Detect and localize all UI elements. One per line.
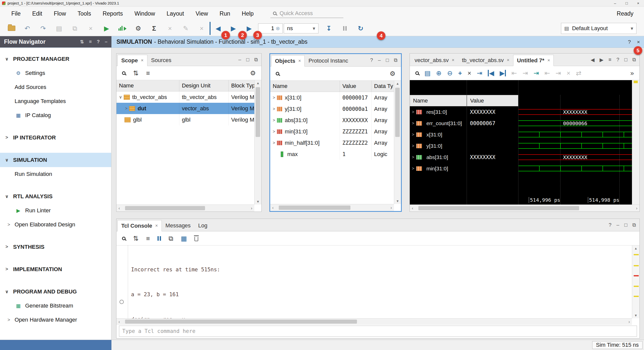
tab-objects[interactable]: Objects × xyxy=(271,55,305,67)
chevron-right-icon[interactable]: > xyxy=(412,166,414,171)
close-icon[interactable]: × xyxy=(155,223,158,228)
chevron-right-icon[interactable]: > xyxy=(412,121,414,126)
gear-icon[interactable]: ⚙ xyxy=(390,70,395,77)
scroll-up-icon[interactable]: ▲ xyxy=(256,81,260,85)
minimize-icon[interactable]: – xyxy=(609,0,621,6)
scroll-right-icon[interactable]: › xyxy=(628,319,630,324)
clear-console-icon[interactable] xyxy=(194,237,198,241)
close-icon[interactable]: × xyxy=(507,58,510,63)
search-icon[interactable] xyxy=(122,71,126,75)
table-row[interactable]: > x[31:0] 00000017 Array xyxy=(270,92,401,103)
vertical-scrollbar[interactable]: ▲ ▼ xyxy=(254,80,261,205)
collapse-all-icon[interactable]: ⇅ xyxy=(133,70,139,76)
wave-signal-row[interactable]: >res[31:0] xyxy=(410,106,467,118)
section-simulation[interactable]: ∨ SIMULATION xyxy=(0,153,111,167)
run-flow-icon[interactable]: ▶ xyxy=(99,22,114,35)
go-to-end-icon[interactable]: ▶ xyxy=(500,70,506,76)
vertical-scrollbar[interactable]: ▲ ▼ xyxy=(632,245,639,318)
column-header[interactable]: Design Unit xyxy=(179,80,229,91)
menu-help[interactable]: Help xyxy=(236,7,259,21)
chevron-right-icon[interactable]: > xyxy=(412,143,414,148)
sim-time-unit-select[interactable]: ns ▾ xyxy=(284,23,318,33)
tab-messages[interactable]: Messages xyxy=(162,220,194,231)
float-panel-icon[interactable]: ⧉ xyxy=(632,57,636,63)
close-icon[interactable]: × xyxy=(632,0,644,6)
search-icon[interactable] xyxy=(276,72,279,75)
menu-flow[interactable]: Flow xyxy=(48,7,72,21)
wave-signal-row[interactable]: >abs[31:0] xyxy=(410,152,467,163)
scroll-down-icon[interactable]: ▼ xyxy=(256,200,260,204)
sidebar-item-open-elaborated-design[interactable]: > Open Elaborated Design xyxy=(0,218,111,232)
menu-layout[interactable]: Layout xyxy=(161,7,190,21)
chevron-right-icon[interactable]: > xyxy=(412,110,414,115)
save-waveform-icon[interactable]: ▤ xyxy=(424,70,431,76)
wave-signal-row[interactable]: >x[31:0] xyxy=(410,129,467,140)
zoom-in-icon[interactable]: ⊕ xyxy=(436,70,442,76)
scrollbar-thumb[interactable] xyxy=(418,206,579,210)
sim-step-icon[interactable]: ↧ xyxy=(321,22,337,35)
scroll-up-icon[interactable]: ▲ xyxy=(634,246,637,250)
menu-file[interactable]: File xyxy=(6,7,26,21)
sidebar-item-open-hardware-manager[interactable]: > Open Hardware Manager xyxy=(0,313,111,327)
tab-scroll-left-icon[interactable]: ◀ xyxy=(591,57,594,63)
scroll-left-icon[interactable]: ‹ xyxy=(118,206,120,211)
close-icon[interactable]: × xyxy=(298,58,301,64)
expand-all-icon[interactable]: ≡ xyxy=(146,235,150,242)
clear-time-icon[interactable]: ⊗ xyxy=(276,26,280,31)
collapse-all-icon[interactable]: ⇅ xyxy=(133,235,139,242)
wave-signal-row[interactable]: >y[31:0] xyxy=(410,140,467,152)
close-icon[interactable]: × xyxy=(547,58,550,63)
minimize-panel-icon[interactable]: – xyxy=(378,57,381,63)
scroll-down-icon[interactable]: ▼ xyxy=(396,199,399,203)
quick-access-search[interactable] xyxy=(270,9,343,18)
horizontal-scrollbar[interactable]: ‹ › xyxy=(116,318,632,325)
open-project-button[interactable] xyxy=(4,22,19,35)
section-synthesis[interactable]: > SYNTHESIS xyxy=(0,240,111,254)
tab-protocol-instances[interactable]: Protocol Instanc xyxy=(305,55,351,66)
section-rtl-analysis[interactable]: ∨ RTL ANALYSIS xyxy=(0,189,111,204)
menu-window[interactable]: Window xyxy=(129,7,161,21)
scroll-right-icon[interactable]: › xyxy=(251,206,252,211)
wave-plot-area[interactable]: 514,996 ps 514,998 ps XXXXXXXX 00000066 … xyxy=(518,80,632,205)
tab-tb-vector-abs-sv[interactable]: tb_vector_abs.sv × xyxy=(458,55,513,66)
minimize-panel-icon[interactable]: – xyxy=(238,57,241,63)
section-project-manager[interactable]: ∨ PROJECT MANAGER xyxy=(0,52,111,66)
tab-list-icon[interactable]: ≡ xyxy=(609,57,612,63)
help-icon[interactable]: ? xyxy=(628,39,631,45)
warning-mark[interactable] xyxy=(634,286,639,287)
tab-untitled-7[interactable]: Untitled 7* × xyxy=(513,55,554,66)
float-panel-icon[interactable]: ⧉ xyxy=(254,57,258,63)
scrollbar-thumb[interactable] xyxy=(125,320,357,324)
menu-edit[interactable]: Edit xyxy=(26,7,48,21)
column-header[interactable]: Value xyxy=(340,81,372,92)
minimize-panel-icon[interactable]: – xyxy=(105,39,107,45)
menu-tools[interactable]: Tools xyxy=(72,7,97,21)
wave-value-header[interactable]: Value xyxy=(467,95,518,106)
scroll-down-icon[interactable]: ▼ xyxy=(634,314,637,317)
sidebar-item-run-simulation[interactable]: Run Simulation xyxy=(0,167,111,181)
scroll-left-icon[interactable]: ‹ xyxy=(412,206,413,211)
scroll-right-icon[interactable]: › xyxy=(636,206,637,211)
help-icon[interactable]: ? xyxy=(97,39,100,45)
horizontal-scrollbar[interactable]: ‹ › xyxy=(270,204,394,211)
scrollbar-thumb[interactable] xyxy=(279,206,350,210)
warning-mark[interactable] xyxy=(634,296,639,297)
float-panel-icon[interactable]: ⧉ xyxy=(632,222,636,228)
chevron-right-icon[interactable]: > xyxy=(273,140,275,145)
sim-time-input[interactable] xyxy=(260,25,274,32)
quick-access-input[interactable] xyxy=(279,10,332,17)
go-to-start-icon[interactable]: ◀ xyxy=(488,70,494,76)
maximize-icon[interactable]: □ xyxy=(621,0,632,6)
warning-mark[interactable] xyxy=(634,254,639,255)
tab-scroll-right-icon[interactable]: ▶ xyxy=(599,57,603,63)
close-icon[interactable]: × xyxy=(452,58,455,63)
maximize-panel-icon[interactable]: □ xyxy=(624,222,627,228)
wave-signal-row[interactable]: >err_count[31:0] xyxy=(410,118,467,129)
chevron-right-icon[interactable]: > xyxy=(412,155,414,160)
tcl-command-input[interactable] xyxy=(122,328,634,334)
layout-select[interactable]: ▤ Default Layout ▾ xyxy=(561,23,636,34)
help-icon[interactable]: ? xyxy=(617,57,619,63)
close-simulation-icon[interactable]: × xyxy=(637,39,640,45)
column-header[interactable]: Name xyxy=(270,81,340,92)
wave-name-header[interactable]: Name xyxy=(410,95,467,106)
